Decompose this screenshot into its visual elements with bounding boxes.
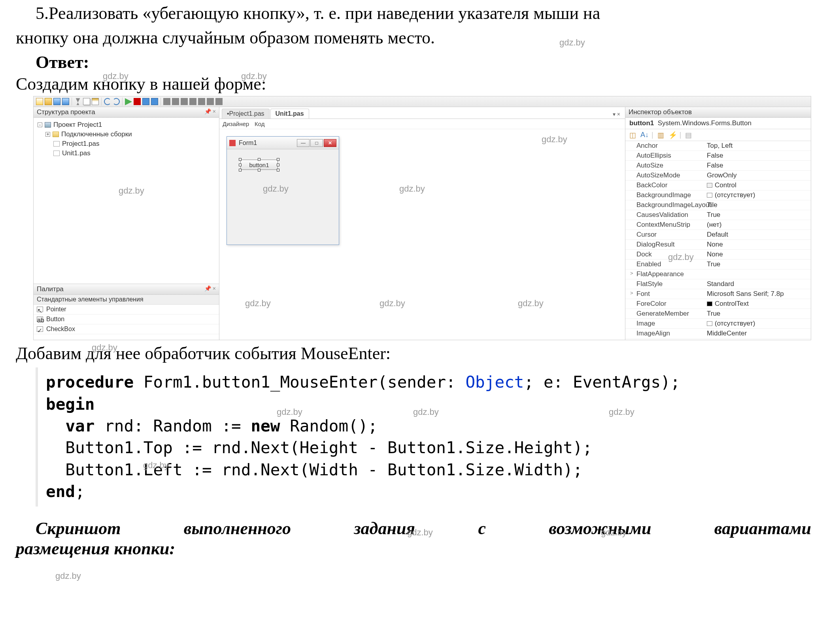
open-icon[interactable] bbox=[45, 98, 52, 105]
handle-icon[interactable] bbox=[239, 164, 242, 166]
save-icon[interactable] bbox=[53, 98, 60, 105]
handle-icon[interactable] bbox=[277, 158, 279, 161]
events-icon[interactable]: ⚡ bbox=[668, 131, 676, 137]
prop-row-font[interactable]: FontMicrosoft Sans Serif; 7.8p bbox=[625, 289, 811, 299]
tree-file2[interactable]: Unit1.pas bbox=[53, 149, 215, 158]
prop-row-autosize[interactable]: AutoSizeFalse bbox=[625, 161, 811, 171]
subtab-code[interactable]: Код bbox=[255, 121, 265, 127]
prop-value[interactable]: ControlText bbox=[704, 299, 811, 309]
cut-icon[interactable] bbox=[74, 98, 81, 105]
new-icon[interactable] bbox=[36, 98, 43, 105]
prop-row-enabled[interactable]: EnabledTrue bbox=[625, 260, 811, 269]
prop-row-flatappearance[interactable]: FlatAppearance bbox=[625, 269, 811, 279]
prop-value[interactable]: None bbox=[704, 250, 811, 259]
prop-value[interactable]: True bbox=[704, 210, 811, 220]
redo-icon[interactable] bbox=[113, 98, 120, 105]
tree-collapse-icon[interactable]: - bbox=[38, 122, 42, 127]
prop-row-backgroundimagelayout[interactable]: BackgroundImageLayoutTile bbox=[625, 200, 811, 210]
prop-value[interactable]: Standard bbox=[704, 279, 811, 289]
prop-value[interactable]: (отсутствует) bbox=[704, 319, 811, 328]
minimize-button[interactable]: — bbox=[297, 139, 310, 147]
form-body[interactable]: button1 bbox=[227, 149, 339, 245]
prop-value[interactable]: Top, Left bbox=[704, 141, 811, 151]
prop-value[interactable] bbox=[704, 269, 811, 279]
prop-value[interactable]: False bbox=[704, 151, 811, 160]
props-icon[interactable]: ▥ bbox=[657, 131, 665, 137]
undo-icon[interactable] bbox=[104, 98, 111, 105]
categorize-icon[interactable]: ◫ bbox=[629, 131, 636, 137]
tool-icon[interactable] bbox=[163, 98, 170, 105]
handle-icon[interactable] bbox=[239, 158, 242, 161]
prop-value[interactable]: (отсутствует) bbox=[704, 190, 811, 200]
prop-row-imagealign[interactable]: ImageAlignMiddleCenter bbox=[625, 329, 811, 339]
tree-expand-icon[interactable]: + bbox=[45, 132, 50, 137]
prop-row-dialogresult[interactable]: DialogResultNone bbox=[625, 240, 811, 250]
tree-project[interactable]: -Проект Project1 bbox=[38, 120, 215, 130]
tab-project1[interactable]: •Project1.pas bbox=[222, 109, 270, 119]
prop-row-autosizemode[interactable]: AutoSizeModeGrowOnly bbox=[625, 171, 811, 181]
tool-icon[interactable] bbox=[215, 98, 223, 105]
prop-row-cursor[interactable]: CursorDefault bbox=[625, 230, 811, 240]
tool-icon[interactable] bbox=[198, 98, 205, 105]
prop-value[interactable]: (нет) bbox=[704, 220, 811, 230]
handle-icon[interactable] bbox=[277, 169, 279, 171]
pin-icon[interactable]: 📌 × bbox=[204, 108, 216, 116]
prop-value[interactable]: Default bbox=[704, 230, 811, 239]
tool-icon[interactable] bbox=[189, 98, 196, 105]
palette-category[interactable]: Стандартные элементы управления bbox=[34, 295, 219, 305]
maximize-button[interactable]: □ bbox=[310, 139, 323, 147]
prop-value[interactable]: Microsoft Sans Serif; 7.8p bbox=[704, 289, 811, 299]
design-area[interactable]: Form1 — □ ✕ button1 bbox=[219, 129, 625, 340]
tree-assemblies[interactable]: +Подключенные сборки bbox=[45, 130, 215, 139]
palette-pointer[interactable]: ↖Pointer bbox=[34, 305, 219, 314]
prop-row-backgroundimage[interactable]: BackgroundImage(отсутствует) bbox=[625, 190, 811, 200]
close-button[interactable]: ✕ bbox=[324, 139, 336, 147]
paste-icon[interactable] bbox=[92, 98, 99, 105]
copy-icon[interactable] bbox=[83, 98, 90, 105]
palette-checkbox[interactable]: ✓CheckBox bbox=[34, 324, 219, 334]
prop-row-contextmenustrip[interactable]: ContextMenuStrip(нет) bbox=[625, 220, 811, 230]
stop-icon[interactable] bbox=[134, 98, 141, 105]
run-icon[interactable] bbox=[125, 98, 132, 105]
page-icon[interactable]: ▤ bbox=[685, 131, 692, 137]
handle-icon[interactable] bbox=[239, 169, 242, 171]
pin-icon[interactable]: 📌 × bbox=[204, 285, 216, 293]
prop-row-image[interactable]: Image(отсутствует) bbox=[625, 319, 811, 329]
tool-icon[interactable] bbox=[207, 98, 214, 105]
prop-value[interactable]: False bbox=[704, 161, 811, 170]
prop-value[interactable]: MiddleCenter bbox=[704, 329, 811, 338]
prop-row-autoellipsis[interactable]: AutoEllipsisFalse bbox=[625, 151, 811, 161]
palette-button[interactable]: abButton bbox=[34, 314, 219, 324]
save-all-icon[interactable] bbox=[62, 98, 69, 105]
prop-row-anchor[interactable]: AnchorTop, Left bbox=[625, 141, 811, 151]
form-window[interactable]: Form1 — □ ✕ button1 bbox=[227, 136, 339, 245]
step-over-icon[interactable] bbox=[151, 98, 158, 105]
prop-value[interactable]: Tile bbox=[704, 200, 811, 210]
prop-row-generatemember[interactable]: GenerateMemberTrue bbox=[625, 309, 811, 319]
prop-value[interactable]: (отсутствует) bbox=[704, 339, 811, 340]
tool-icon[interactable] bbox=[181, 98, 188, 105]
prop-value[interactable]: True bbox=[704, 309, 811, 318]
tool-icon[interactable] bbox=[172, 98, 179, 105]
prop-value[interactable]: Control bbox=[704, 181, 811, 190]
prop-row-dock[interactable]: DockNone bbox=[625, 250, 811, 260]
prop-row-forecolor[interactable]: ForeColorControlText bbox=[625, 299, 811, 309]
tree-file1[interactable]: Project1.pas bbox=[53, 139, 215, 149]
prop-value[interactable]: None bbox=[704, 240, 811, 249]
prop-value[interactable]: GrowOnly bbox=[704, 171, 811, 180]
tab-controls[interactable]: ▾ × bbox=[613, 111, 623, 119]
tab-unit1[interactable]: Unit1.pas bbox=[270, 109, 309, 119]
handle-icon[interactable] bbox=[258, 169, 261, 171]
step-icon[interactable] bbox=[142, 98, 149, 105]
prop-value[interactable]: True bbox=[704, 260, 811, 269]
prop-row-causesvalidation[interactable]: CausesValidationTrue bbox=[625, 210, 811, 220]
form-titlebar[interactable]: Form1 — □ ✕ bbox=[227, 137, 339, 149]
prop-row-backcolor[interactable]: BackColorControl bbox=[625, 181, 811, 190]
prop-row-flatstyle[interactable]: FlatStyleStandard bbox=[625, 279, 811, 289]
inspector-selected[interactable]: button1 System.Windows.Forms.Button bbox=[625, 118, 811, 129]
prop-row-imageindex[interactable]: ImageIndex(отсутствует) bbox=[625, 339, 811, 340]
sort-icon[interactable]: A↓ bbox=[640, 131, 648, 137]
subtab-designer[interactable]: Дизайнер bbox=[223, 121, 249, 127]
handle-icon[interactable] bbox=[258, 158, 261, 161]
handle-icon[interactable] bbox=[277, 164, 279, 166]
